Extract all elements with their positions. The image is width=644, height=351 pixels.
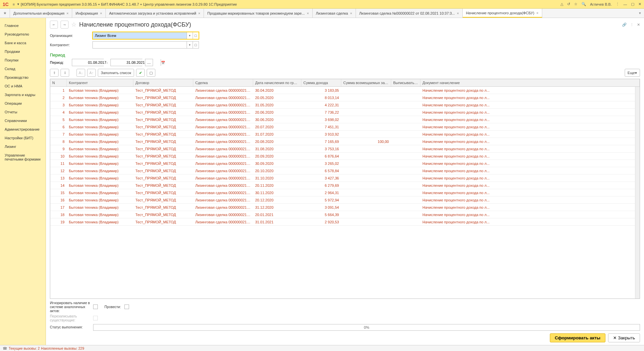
sort-asc-button[interactable]: A↓ [77,69,85,77]
nav-forward-button[interactable]: → [61,21,69,29]
sidebar-item[interactable]: Главное [0,21,46,30]
calendar-icon[interactable]: 📅 [161,59,165,66]
tab-close-icon[interactable]: × [457,11,459,15]
period-select-button[interactable]: … [145,59,153,66]
close-page-icon[interactable]: ✕ [637,23,640,27]
favorite-star-icon[interactable]: ☆ [71,21,77,28]
table-row[interactable]: 7Бытовая техника (Владимир)Тест_ПРЯМОЙ_М… [50,131,635,138]
nav-back-button[interactable]: ← [50,21,58,29]
user-name[interactable]: Агличев В.В. [590,2,612,6]
form-acts-button[interactable]: Сформировать акты [550,333,605,342]
sidebar-item[interactable]: Продажи [0,47,46,56]
move-up-button[interactable]: ⬆ [50,69,59,77]
table-row[interactable]: 8Бытовая техника (Владимир)Тест_ПРЯМОЙ_М… [50,138,635,145]
sidebar-item[interactable]: ОС и НМА [0,82,46,90]
table-row[interactable]: 5Бытовая техника (Владимир)Тест_ПРЯМОЙ_М… [50,116,635,123]
tab[interactable]: Дополнительная информация× [10,9,72,18]
table-row[interactable]: 1Бытовая техника (Владимир)Тест_ПРЯМОЙ_М… [50,87,635,94]
table-row[interactable]: 13Бытовая техника (Владимир)Тест_ПРЯМОЙ_… [50,175,635,182]
sidebar-item[interactable]: Производство [0,73,46,82]
date-from-box[interactable]: 📅 [72,59,104,66]
tab-close-icon[interactable]: × [67,11,69,15]
counter-combo[interactable]: ▾ ▢ [92,41,199,49]
close-button[interactable]: ✕ Закрыть [608,333,640,342]
sidebar-item[interactable]: Справочники [0,116,46,125]
close-window-icon[interactable]: ✕ [638,2,641,6]
table-row[interactable]: 16Бытовая техника (Владимир)Тест_ПРЯМОЙ_… [50,196,635,204]
ignore-checkbox[interactable] [93,304,98,309]
table-row[interactable]: 2Бытовая техника (Владимир)Тест_ПРЯМОЙ_М… [50,94,635,101]
home-tab-icon[interactable]: ★ [0,9,10,18]
user-caret-icon[interactable]: ⋮ [616,2,619,6]
table-row[interactable]: 17Бытовая техника (Владимир)Тест_ПРЯМОЙ_… [50,204,635,211]
sidebar-item[interactable]: Настройки (БИТ) [0,134,46,142]
table-row[interactable]: 10Бытовая техника (Владимир)Тест_ПРЯМОЙ_… [50,153,635,160]
uncheck-all-button[interactable]: ▢ [147,69,155,77]
table-row[interactable]: 4Бытовая техника (Владимир)Тест_ПРЯМОЙ_М… [50,109,635,116]
col-contractor[interactable]: Контрагент [67,79,133,86]
tab-close-icon[interactable]: × [307,11,309,15]
org-input[interactable] [93,32,187,39]
sidebar-item[interactable]: Банк и касса [0,39,46,47]
sidebar-item[interactable]: Управление печатными формами [0,151,46,164]
col-sum[interactable]: Сумма дохода [301,79,341,86]
col-n[interactable]: N [50,79,67,86]
search-icon[interactable]: 🔍 [581,2,586,6]
tab-close-icon[interactable]: × [350,11,352,15]
fill-list-button[interactable]: Заполнить список [98,69,134,77]
sidebar-item[interactable]: Склад [0,64,46,73]
check-all-button[interactable]: ✔ [136,69,145,77]
link-icon[interactable]: 🔗 [622,23,627,27]
bell-icon[interactable]: △ [561,2,563,6]
dropdown-icon[interactable]: ▾ [17,2,19,6]
table-row[interactable]: 11Бытовая техника (Владимир)Тест_ПРЯМОЙ_… [50,160,635,167]
sidebar-item[interactable]: Лизинг [0,142,46,151]
counter-input[interactable] [93,42,187,48]
table-row[interactable]: 15Бытовая техника (Владимир)Тест_ПРЯМОЙ_… [50,189,635,196]
org-open-icon[interactable]: ▢ [193,32,199,39]
maximize-icon[interactable]: ▢ [631,2,634,6]
table-row[interactable]: 6Бытовая техника (Владимир)Тест_ПРЯМОЙ_М… [50,123,635,131]
more-button[interactable]: Еще ▾ [625,69,640,77]
col-deal[interactable]: Сделка [193,79,253,86]
tab-overflow-icon[interactable]: ▾ [636,9,644,18]
col-act[interactable]: Выписывать акт [391,79,420,86]
minimize-icon[interactable]: — [623,2,627,6]
table-row[interactable]: 12Бытовая техника (Владимир)Тест_ПРЯМОЙ_… [50,167,635,175]
org-combo[interactable]: ▾ ▢ [92,32,199,39]
date-to-input[interactable] [111,59,161,66]
sidebar-item[interactable]: Руководителю [0,30,46,39]
tab[interactable]: Автоматическая загрузка и установка испр… [106,9,204,18]
tab[interactable]: Начисление процентного дохода(ФСБУ)× [463,9,542,18]
tab[interactable]: Продавцам маркированных товаров рекоменд… [204,9,312,18]
table-row[interactable]: 18Бытовая техника (Владимир)Тест_ПРЯМОЙ_… [50,211,635,218]
col-sum2[interactable]: Сумма возмещаемых затрат [341,79,391,86]
logo-caret-icon[interactable]: ≡ [13,2,15,6]
sidebar-item[interactable]: Зарплата и кадры [0,90,46,99]
col-date[interactable]: Дата начисления по графику [253,79,301,86]
phone-icon[interactable]: ☎ [3,346,7,350]
star-icon[interactable]: ☆ [574,2,577,6]
tab[interactable]: Информация× [72,9,106,18]
tab-close-icon[interactable]: × [100,11,102,15]
sidebar-item[interactable]: Отчеты [0,108,46,116]
org-dropdown-icon[interactable]: ▾ [187,32,193,39]
sort-desc-button[interactable]: A↑ [87,69,96,77]
sidebar-item[interactable]: Администрирование [0,125,46,134]
table-row[interactable]: 3Бытовая техника (Владимир)Тест_ПРЯМОЙ_М… [50,101,635,109]
col-contract[interactable]: Договор [133,79,193,86]
post-checkbox[interactable] [124,304,129,309]
sidebar-item[interactable]: Покупки [0,56,46,64]
date-to-box[interactable]: 📅 [110,59,142,66]
table-row[interactable]: 9Бытовая техника (Владимир)Тест_ПРЯМОЙ_М… [50,145,635,153]
tab-close-icon[interactable]: × [536,11,538,15]
tab-close-icon[interactable]: × [198,11,200,15]
move-down-button[interactable]: ⬇ [61,69,69,77]
kebab-icon[interactable]: ⋮ [630,23,634,27]
counter-open-icon[interactable]: ▢ [193,42,199,48]
sidebar-item[interactable]: Операции [0,99,46,108]
tab[interactable]: Лизинговая сделка× [313,9,356,18]
table-row[interactable]: 14Бытовая техника (Владимир)Тест_ПРЯМОЙ_… [50,182,635,189]
scrollbar[interactable] [635,87,640,298]
history-icon[interactable]: ↺ [567,2,570,6]
